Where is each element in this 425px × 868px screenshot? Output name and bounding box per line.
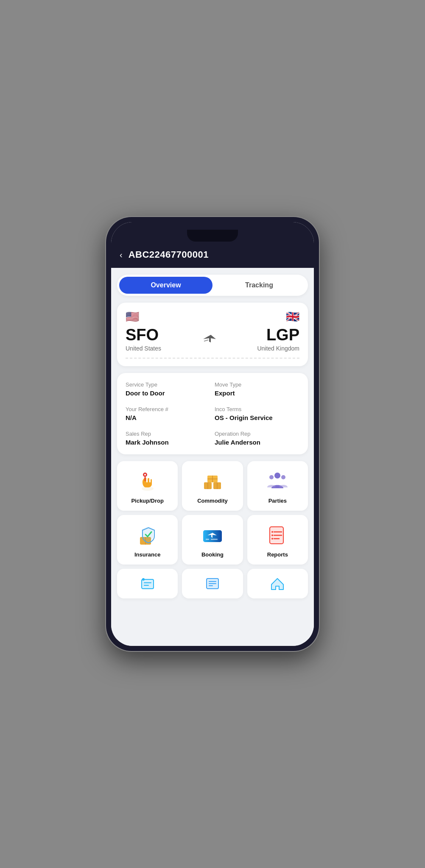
commodity-icon (201, 470, 224, 493)
origin-block: SFO United States (126, 326, 161, 352)
origin-code: SFO (126, 326, 161, 344)
airport-row: SFO United States LGP United Kingdom (126, 326, 299, 352)
notch-bar (111, 222, 314, 244)
pickup-drop-label: Pickup/Drop (131, 498, 164, 504)
info-move-type: Move Type Export (215, 381, 299, 397)
move-type-value: Export (215, 389, 299, 397)
info-inco-terms: Inco Terms OS - Origin Service (215, 406, 299, 421)
bottom-nav-row (117, 569, 308, 605)
svg-rect-27 (142, 579, 154, 589)
svg-point-11 (269, 475, 274, 479)
notch (187, 230, 238, 242)
tab-tracking[interactable]: Tracking (212, 277, 306, 294)
action-parties[interactable]: Parties (247, 461, 308, 511)
svg-point-24 (271, 534, 273, 536)
sales-rep-label: Sales Rep (126, 431, 210, 437)
bottom-nav-item-2[interactable] (182, 569, 243, 598)
dest-code: LGP (257, 326, 299, 344)
shipment-id-title: ABC22467700001 (129, 249, 209, 260)
svg-point-12 (281, 475, 285, 479)
dest-block: LGP United Kingdom (257, 326, 299, 352)
sales-rep-value: Mark Johnson (126, 439, 210, 446)
insurance-label: Insurance (134, 551, 160, 558)
svg-point-26 (271, 538, 273, 540)
booking-label: Booking (201, 551, 224, 558)
action-insurance[interactable]: Insurance (117, 515, 178, 565)
info-operation-rep: Operation Rep Julie Anderson (215, 431, 299, 446)
service-type-value: Door to Door (126, 389, 210, 397)
reports-label: Reports (267, 551, 288, 558)
info-card: Service Type Door to Door Move Type Expo… (117, 373, 308, 454)
inco-terms-value: OS - Origin Service (215, 414, 299, 421)
scroll-content: Overview Tracking 🇺🇸 🇬🇧 SFO United State… (111, 268, 314, 646)
action-pickup-drop[interactable]: Pickup/Drop (117, 461, 178, 511)
route-divider (126, 358, 299, 359)
flag-row: 🇺🇸 🇬🇧 (126, 310, 299, 323)
parties-label: Parties (268, 498, 287, 504)
insurance-icon (136, 523, 159, 547)
action-reports[interactable]: Reports (247, 515, 308, 565)
reports-icon (266, 523, 289, 547)
action-grid-row1: Pickup/Drop (117, 461, 308, 511)
info-reference: Your Reference # N/A (126, 406, 210, 421)
route-card: 🇺🇸 🇬🇧 SFO United States (117, 303, 308, 366)
commodity-label: Commodity (197, 498, 228, 504)
service-type-label: Service Type (126, 381, 210, 388)
svg-point-2 (144, 474, 146, 476)
phone-screen: ‹ ABC22467700001 Overview Tracking 🇺🇸 🇬🇧 (111, 222, 314, 646)
svg-rect-18 (211, 539, 218, 540)
dest-flag: 🇬🇧 (286, 310, 299, 323)
origin-country: United States (126, 345, 161, 352)
origin-flag: 🇺🇸 (126, 310, 139, 323)
info-service-type: Service Type Door to Door (126, 381, 210, 397)
operation-rep-value: Julie Anderson (215, 439, 299, 446)
action-commodity[interactable]: Commodity (182, 461, 243, 511)
phone-frame: ‹ ABC22467700001 Overview Tracking 🇺🇸 🇬🇧 (106, 217, 319, 651)
action-grid-row2: Insurance (117, 515, 308, 565)
svg-point-10 (274, 473, 280, 479)
info-sales-rep: Sales Rep Mark Johnson (126, 431, 210, 446)
bottom-nav-item-1[interactable] (117, 569, 178, 598)
booking-icon (201, 523, 224, 547)
bottom-nav-item-3[interactable] (247, 569, 308, 598)
inco-terms-label: Inco Terms (215, 406, 299, 412)
move-type-label: Move Type (215, 381, 299, 388)
dest-country: United Kingdom (257, 345, 299, 352)
pickup-drop-icon (136, 470, 159, 493)
operation-rep-label: Operation Rep (215, 431, 299, 437)
tab-bar: Overview Tracking (117, 275, 308, 296)
plane-icon (201, 331, 218, 348)
back-button[interactable]: ‹ (120, 250, 123, 260)
svg-point-22 (271, 531, 273, 533)
parties-icon (266, 470, 289, 493)
svg-rect-17 (206, 539, 209, 540)
app-header: ‹ ABC22467700001 (111, 244, 314, 268)
action-booking[interactable]: Booking (182, 515, 243, 565)
reference-value: N/A (126, 414, 210, 421)
tab-overview[interactable]: Overview (119, 277, 212, 294)
svg-point-31 (142, 578, 145, 581)
reference-label: Your Reference # (126, 406, 210, 412)
info-grid: Service Type Door to Door Move Type Expo… (126, 381, 299, 446)
